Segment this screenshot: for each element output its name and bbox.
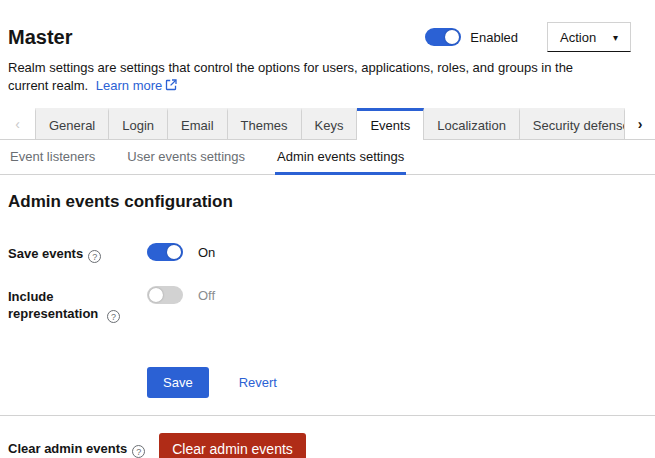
form-actions: Save Revert: [147, 367, 655, 398]
subtab-event-listeners[interactable]: Event listeners: [8, 140, 97, 174]
revert-button[interactable]: Revert: [239, 367, 277, 398]
subtab-admin-events-settings[interactable]: Admin events settings: [275, 140, 406, 174]
clear-admin-events-row: Clear admin events? Clear admin events: [8, 433, 655, 458]
external-link-icon: [165, 79, 177, 91]
page-title: Master: [8, 26, 72, 48]
tab-security-defenses[interactable]: Security defenses: [520, 108, 625, 139]
save-events-toggle[interactable]: [147, 243, 183, 261]
save-events-row: Save events? On: [8, 243, 655, 263]
save-button[interactable]: Save: [147, 367, 209, 398]
tab-localization[interactable]: Localization: [424, 108, 520, 139]
caret-down-icon: ▾: [613, 32, 618, 43]
enabled-label: Enabled: [470, 30, 518, 45]
tab-general[interactable]: General: [35, 108, 109, 139]
help-icon[interactable]: ?: [88, 250, 101, 263]
subtab-user-events-settings[interactable]: User events settings: [125, 140, 247, 174]
toggle-knob: [445, 30, 459, 44]
page-header: Master Enabled Action ▾ Realm settings a…: [0, 0, 655, 95]
include-representation-row: Include representation ? Off: [8, 286, 655, 323]
tab-keys[interactable]: Keys: [302, 108, 358, 139]
realm-enabled-toggle[interactable]: [425, 28, 461, 46]
description-text: Realm settings are settings that control…: [8, 60, 573, 93]
realm-settings-tabbar: ‹ General Login Email Themes Keys Events…: [0, 108, 655, 140]
tabs-scroll-right-button[interactable]: ›: [625, 108, 655, 139]
toggle-knob: [149, 288, 163, 302]
include-representation-label: Include representation ?: [8, 286, 147, 323]
tab-themes[interactable]: Themes: [228, 108, 302, 139]
clear-admin-events-button[interactable]: Clear admin events: [159, 433, 306, 458]
tab-email[interactable]: Email: [168, 108, 228, 139]
tab-events[interactable]: Events: [357, 108, 424, 139]
clear-admin-events-label: Clear admin events?: [8, 441, 145, 458]
toggle-knob: [167, 245, 181, 259]
tabs-scroll-left-button[interactable]: ‹: [0, 108, 35, 139]
tab-login[interactable]: Login: [109, 108, 168, 139]
save-events-state: On: [198, 245, 215, 260]
events-subtabs: Event listeners User events settings Adm…: [0, 140, 655, 175]
save-events-label: Save events?: [8, 243, 147, 263]
learn-more-link[interactable]: Learn more: [96, 78, 177, 93]
section-divider: [0, 415, 655, 416]
action-dropdown[interactable]: Action ▾: [547, 22, 631, 52]
chevron-left-icon: ‹: [15, 116, 20, 132]
section-title: Admin events configuration: [8, 192, 655, 212]
chevron-right-icon: ›: [638, 116, 643, 132]
realm-description: Realm settings are settings that control…: [8, 59, 616, 95]
help-icon[interactable]: ?: [107, 310, 120, 323]
action-dropdown-label: Action: [560, 30, 596, 45]
include-representation-state: Off: [198, 288, 215, 303]
help-icon[interactable]: ?: [132, 445, 145, 458]
include-representation-toggle[interactable]: [147, 286, 183, 304]
